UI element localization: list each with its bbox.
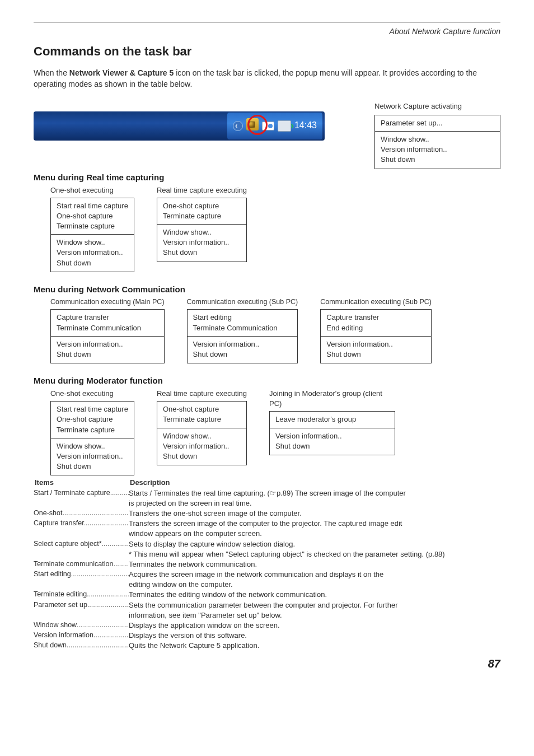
row-def-cont: * This menu will appear when "Select cap… bbox=[129, 549, 500, 559]
table-head-items: Items bbox=[34, 478, 130, 488]
row-def: Sets the communication parameter between… bbox=[129, 600, 500, 610]
table-row: Select capture object*..................… bbox=[34, 539, 500, 549]
menu-item: One-shot capture bbox=[57, 211, 128, 221]
menu-item: Window show.. bbox=[163, 227, 241, 237]
menu-box: Capture transfer End editing Version inf… bbox=[320, 309, 432, 363]
row-term: Start / Terminate capture...............… bbox=[34, 488, 129, 498]
menu-item: Version information.. bbox=[381, 144, 494, 155]
menu-item: Shut down bbox=[57, 349, 158, 360]
menu-item: One-shot capture bbox=[57, 414, 128, 424]
menu-item: Start real time capture bbox=[57, 201, 128, 211]
menu-item: Leave moderator's group bbox=[275, 414, 389, 424]
menu-item: Capture transfer bbox=[57, 312, 158, 323]
table-row: Terminate editing.......................… bbox=[34, 590, 500, 600]
row-term: Terminate editing.......................… bbox=[34, 590, 129, 600]
highlight-circle-icon bbox=[247, 115, 268, 135]
row-term: Terminate communication.................… bbox=[34, 559, 129, 570]
row-def: Sets to display the capture window selec… bbox=[129, 539, 500, 549]
activating-label: Network Capture activating bbox=[374, 101, 500, 111]
row-def: Transfers the one-shot screen image of t… bbox=[129, 508, 500, 519]
menu-item: Start editing bbox=[193, 312, 292, 323]
menu-item: Capture transfer bbox=[326, 312, 425, 323]
row-term: Version information.....................… bbox=[34, 631, 129, 641]
menu-item: Version information.. bbox=[57, 339, 158, 349]
menu-item: Shut down bbox=[326, 349, 425, 360]
menu-box: Start real time capture One-shot capture… bbox=[50, 401, 134, 475]
menu-box: One-shot capture Terminate capture Windo… bbox=[157, 401, 247, 465]
menu-item: Start real time capture bbox=[57, 404, 128, 414]
menu-box: Start real time capture One-shot capture… bbox=[50, 198, 134, 272]
table-row: Start / Terminate capture...............… bbox=[34, 488, 500, 498]
moderator-heading: Menu during Moderator function bbox=[34, 375, 500, 386]
table-row: Parameter set up........................… bbox=[34, 600, 500, 610]
menu-item: Shut down bbox=[57, 461, 128, 472]
page-heading: Commands on the task bar bbox=[34, 43, 500, 60]
menu-item: Version information.. bbox=[163, 441, 241, 451]
menu-item: Window show.. bbox=[381, 134, 494, 144]
table-row: Window show.............................… bbox=[34, 620, 500, 631]
row-term: Window show.............................… bbox=[34, 620, 129, 631]
table-head-desc: Description bbox=[130, 478, 170, 488]
row-def: Starts / Terminates the real time captur… bbox=[129, 488, 500, 498]
monitor-tray-icon bbox=[278, 120, 291, 132]
menu-item: Shut down bbox=[275, 441, 389, 451]
menu-item: Version information.. bbox=[163, 237, 241, 248]
menu-item: End editing bbox=[326, 323, 425, 333]
menu-item: Shut down bbox=[163, 248, 241, 258]
row-def-cont: editing window on the computer. bbox=[129, 580, 500, 590]
menu-box: Start editing Terminate Communication Ve… bbox=[187, 309, 298, 363]
menu-item: Parameter set up... bbox=[381, 118, 494, 128]
row-def-cont: is projected on the screen in real time. bbox=[129, 498, 500, 508]
col-label: Communication executing (Sub PC) bbox=[187, 297, 298, 307]
realtime-heading: Menu during Real time capturing bbox=[34, 171, 500, 183]
menu-item: One-shot capture bbox=[163, 404, 241, 414]
row-def: Displays the version of this software. bbox=[129, 631, 500, 641]
menu-item: Terminate capture bbox=[163, 211, 241, 221]
row-def: Acquires the screen image in the network… bbox=[129, 570, 500, 580]
menu-item: Terminate Communication bbox=[57, 323, 158, 333]
menu-item: Version information.. bbox=[193, 339, 292, 349]
col-label: Real time capture executing bbox=[157, 389, 247, 399]
row-term: Capture transfer........................… bbox=[34, 519, 129, 529]
menu-item: Window show.. bbox=[163, 431, 241, 441]
row-def-cont: window appears on the computer screen. bbox=[129, 529, 500, 539]
menu-item: Window show.. bbox=[57, 441, 128, 451]
row-def-cont: information, see item "Parameter set up"… bbox=[129, 610, 500, 620]
menu-item: One-shot capture bbox=[163, 201, 241, 211]
menu-item: Shut down bbox=[57, 258, 128, 268]
menu-item: Shut down bbox=[381, 155, 494, 165]
row-def: Transfers the screen image of the comput… bbox=[129, 519, 500, 529]
menu-item: Terminate capture bbox=[57, 221, 128, 231]
menu-box: Leave moderator's group Version informat… bbox=[269, 411, 395, 455]
col-label: Communication executing (Main PC) bbox=[50, 297, 165, 307]
table-row: Shut down...............................… bbox=[34, 641, 500, 651]
menu-item: Window show.. bbox=[57, 237, 128, 248]
row-term: Parameter set up........................… bbox=[34, 600, 129, 610]
intro-pre: When the bbox=[34, 68, 69, 77]
col-label: Communication executing (Sub PC) bbox=[320, 297, 432, 307]
col-label: One-shot executing bbox=[50, 185, 134, 195]
table-row: One-shot................................… bbox=[34, 508, 500, 519]
table-row: Start editing...........................… bbox=[34, 570, 500, 580]
netcom-heading: Menu during Network Communication bbox=[34, 283, 500, 295]
page-number: 87 bbox=[34, 656, 500, 671]
table-row: Terminate communication.................… bbox=[34, 559, 500, 570]
col-label: One-shot executing bbox=[50, 389, 134, 399]
row-term: Select capture object*..................… bbox=[34, 539, 129, 549]
menu-item: Shut down bbox=[163, 451, 241, 461]
header-rule bbox=[34, 22, 500, 23]
section-label: About Network Capture function bbox=[34, 26, 500, 38]
row-def: Quits the Network Capture 5 application. bbox=[129, 641, 500, 651]
menu-item: Shut down bbox=[193, 349, 292, 360]
col-label: Real time capture executing bbox=[157, 185, 247, 195]
menu-item: Version information.. bbox=[57, 451, 128, 461]
menu-item: Terminate capture bbox=[163, 414, 241, 424]
menu-activating: Parameter set up... Window show.. Versio… bbox=[374, 115, 500, 169]
tray-clock: 14:43 bbox=[294, 119, 317, 132]
description-list: Start / Terminate capture...............… bbox=[34, 488, 500, 651]
menu-item: Version information.. bbox=[275, 431, 389, 441]
intro-paragraph: When the Network Viewer & Capture 5 icon… bbox=[34, 68, 500, 90]
menu-item: Version information.. bbox=[326, 339, 425, 349]
menu-item: Terminate Communication bbox=[193, 323, 292, 333]
row-term: One-shot................................… bbox=[34, 508, 129, 519]
